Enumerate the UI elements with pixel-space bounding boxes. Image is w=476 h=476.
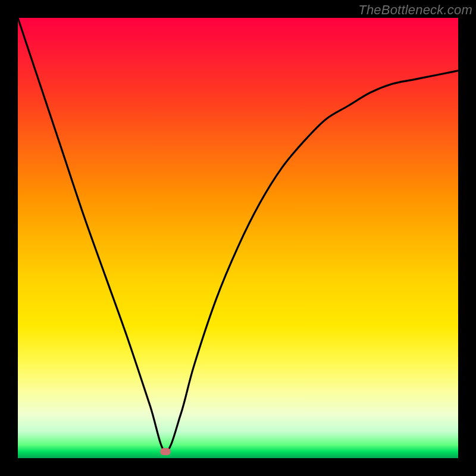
chart-stage: TheBottleneck.com (0, 0, 476, 476)
optimum-marker (160, 448, 171, 455)
watermark-text: TheBottleneck.com (358, 2, 472, 18)
plot-area (18, 18, 458, 458)
bottleneck-curve (18, 18, 458, 458)
